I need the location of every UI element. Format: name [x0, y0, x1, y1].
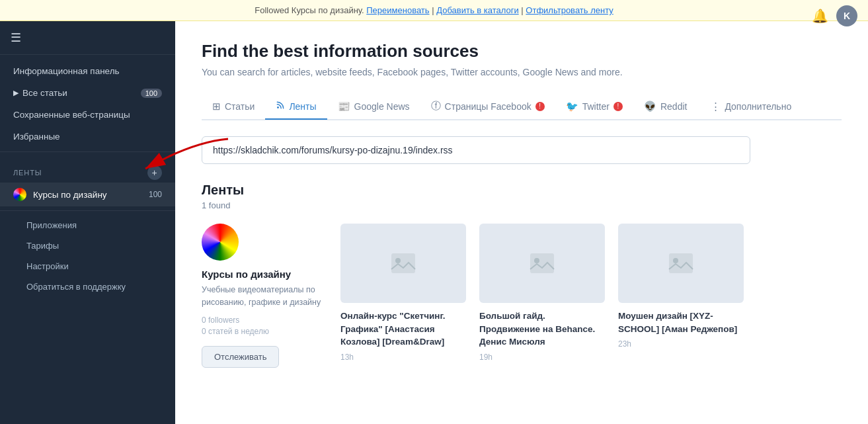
tab-twitter[interactable]: 🐦 Twitter !: [555, 94, 633, 120]
sidebar-item-support[interactable]: Обратиться в поддержку: [0, 276, 175, 297]
sidebar-item-dashboard[interactable]: Информационная панель: [0, 60, 175, 82]
article-title-2: Большой гайд. Продвижение на Behance. Де…: [479, 310, 605, 349]
reddit-icon: 👽: [644, 101, 656, 112]
svg-rect-2: [391, 253, 415, 273]
feed-card-desc: Учебные видеоматериалы по рисованию, гра…: [202, 284, 327, 309]
svg-rect-6: [669, 253, 693, 273]
tab-facebook-label: Страницы Facebook: [445, 101, 532, 112]
main-content: Find the best information sources You ca…: [175, 21, 868, 424]
banner-link-catalog[interactable]: Добавить в каталоги: [436, 5, 519, 15]
tab-articles[interactable]: ⊞ Статьи: [202, 94, 265, 120]
tab-reddit[interactable]: 👽 Reddit: [633, 94, 697, 120]
article-thumb-2: [479, 224, 605, 303]
chevron-right-icon: ▶: [13, 89, 19, 97]
support-label: Обратиться в поддержку: [26, 282, 126, 292]
top-banner: Followed Курсы по дизайну. Переименовать…: [0, 0, 868, 21]
follow-button[interactable]: Отслеживать: [202, 346, 279, 368]
article-time-1: 13h: [340, 353, 466, 362]
svg-point-7: [673, 258, 678, 263]
pricing-label: Тарифы: [26, 241, 59, 251]
sidebar-item-feed-design[interactable]: Курсы по дизайну 100: [0, 183, 175, 206]
sidebar-feeds-section: ЛЕНТЫ +: [0, 156, 175, 183]
article-title-1: Онлайн-курс "Скетчинг. Графика" [Анастас…: [340, 310, 466, 349]
feed-name-label: Курсы по дизайну: [33, 190, 107, 200]
hamburger-icon[interactable]: ☰: [11, 30, 21, 45]
tab-reddit-label: Reddit: [660, 101, 687, 112]
tab-feeds-label: Ленты: [289, 101, 316, 112]
tab-facebook[interactable]: ⓕ Страницы Facebook !: [420, 93, 555, 120]
tab-google-news-label: Google News: [354, 101, 410, 112]
sidebar-item-all-articles[interactable]: ▶ Все статьи 100: [0, 82, 175, 104]
page-title: Find the best information sources: [202, 41, 842, 62]
feed-color-icon: [13, 188, 26, 201]
more-icon: ⋮: [711, 101, 721, 112]
sidebar-item-settings[interactable]: Настройки: [0, 256, 175, 276]
banner-text: Followed Курсы по дизайну.: [255, 5, 364, 15]
article-thumb-1: [340, 224, 466, 303]
news-icon: 📰: [338, 101, 350, 112]
favorites-label: Избранные: [13, 132, 60, 142]
sidebar-item-pricing[interactable]: Тарифы: [0, 235, 175, 256]
grid-icon: ⊞: [212, 101, 221, 112]
sidebar-nav: Информационная панель ▶ Все статьи 100 С…: [0, 55, 175, 302]
page-subtitle: You can search for articles, website fee…: [202, 67, 842, 77]
feed-card: Курсы по дизайну Учебные видеоматериалы …: [202, 224, 327, 368]
sidebar-divider: [0, 151, 175, 152]
notifications-icon[interactable]: 🔔: [812, 8, 828, 24]
tabs-bar: ⊞ Статьи Ленты 📰 Google News ⓕ Страницы …: [202, 93, 842, 120]
saved-pages-label: Сохраненные веб-страницы: [13, 110, 130, 120]
svg-point-5: [534, 258, 539, 263]
top-right-bar: 🔔 K: [812, 5, 857, 26]
sidebar-header: ☰: [0, 21, 175, 55]
twitter-icon: 🐦: [566, 101, 578, 112]
feed-count: 100: [149, 190, 162, 199]
feeds-section-label: ЛЕНТЫ: [13, 169, 42, 177]
feeds-section-title: Ленты: [202, 183, 842, 198]
sidebar-item-favorites[interactable]: Избранные: [0, 126, 175, 148]
article-time-3: 23h: [618, 339, 744, 349]
tab-more-label: Дополнительно: [725, 101, 791, 112]
facebook-badge: !: [535, 102, 545, 111]
settings-label: Настройки: [26, 261, 69, 271]
sidebar-item-apps[interactable]: Приложения: [0, 215, 175, 235]
svg-rect-4: [530, 253, 554, 273]
svg-point-3: [395, 258, 401, 263]
feed-card-name: Курсы по дизайну: [202, 269, 327, 280]
feeds-count: 1 found: [202, 200, 842, 210]
svg-point-1: [277, 106, 279, 108]
dashboard-label: Информационная панель: [13, 66, 120, 76]
apps-label: Приложения: [26, 220, 77, 230]
rss-icon: [276, 101, 285, 112]
article-time-2: 19h: [479, 353, 605, 362]
article-card-1[interactable]: Онлайн-курс "Скетчинг. Графика" [Анастас…: [340, 224, 466, 362]
facebook-icon: ⓕ: [431, 100, 441, 112]
add-feed-button[interactable]: +: [147, 165, 162, 180]
article-thumb-3: [618, 224, 744, 303]
sidebar-divider-2: [0, 210, 175, 211]
tab-feeds[interactable]: Ленты: [265, 94, 327, 120]
tab-google-news[interactable]: 📰 Google News: [327, 94, 420, 120]
article-card-3[interactable]: Моушен дизайн [XYZ-SCHOOL] [Аман Реджепо…: [618, 224, 744, 349]
cards-grid: Курсы по дизайну Учебные видеоматериалы …: [202, 224, 842, 368]
article-title-3: Моушен дизайн [XYZ-SCHOOL] [Аман Реджепо…: [618, 310, 744, 335]
user-avatar[interactable]: K: [836, 5, 857, 26]
feed-card-logo: [202, 224, 239, 261]
sidebar: ☰ Информационная панель ▶ Все статьи 100…: [0, 21, 175, 424]
sidebar-item-saved-pages[interactable]: Сохраненные веб-страницы: [0, 104, 175, 126]
all-articles-label: Все статьи: [22, 88, 67, 98]
banner-link-rename[interactable]: Переименовать: [366, 5, 429, 15]
feed-card-followers: 0 followers: [202, 316, 327, 325]
twitter-badge: !: [613, 102, 623, 111]
banner-link-filter[interactable]: Отфильтровать ленту: [526, 5, 613, 15]
article-card-2[interactable]: Большой гайд. Продвижение на Behance. Де…: [479, 224, 605, 362]
tab-twitter-label: Twitter: [582, 101, 610, 112]
feed-card-articles: 0 статей в неделю: [202, 327, 327, 336]
feed-search-input[interactable]: [202, 136, 750, 164]
all-articles-count: 100: [141, 89, 162, 98]
tab-more[interactable]: ⋮ Дополнительно: [700, 94, 802, 120]
tab-articles-label: Статьи: [225, 101, 255, 112]
